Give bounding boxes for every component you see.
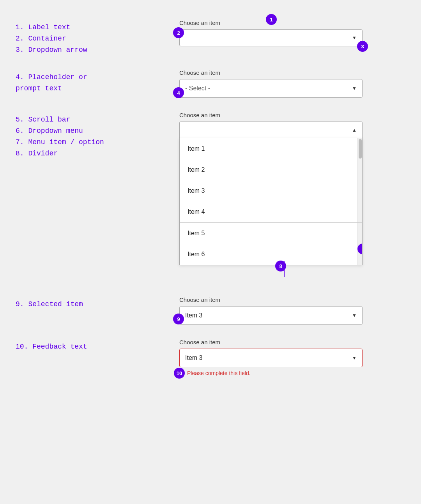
menu-item-1[interactable]: Item 1 — [180, 138, 362, 159]
dropdown-5-value: Item 3 — [185, 354, 202, 361]
label-item-6: 6. Dropdown menu — [16, 125, 179, 137]
dropdown-arrow-icon-2: ▼ — [352, 86, 357, 91]
badge-3: 3 — [357, 41, 368, 52]
section-5: 10. Feedback text Choose an item Item 3 … — [0, 339, 421, 377]
label-item-2: 2. Container — [16, 33, 179, 44]
dropdown-2-placeholder: - Select - — [185, 85, 210, 92]
dropdown-arrow-up-icon: ▲ — [352, 127, 357, 133]
label-list-4: 9. Selected item — [16, 299, 179, 310]
section-1: 1. Label text 2. Container 3. Dropdown a… — [0, 19, 421, 55]
dropdown-4-wrapper: Choose an item 9 Item 3 ▼ — [179, 296, 363, 325]
dropdown-2[interactable]: - Select - ▼ — [179, 79, 363, 98]
label-item-3: 3. Dropdown arrow — [16, 44, 179, 56]
section-1-right: 1 Choose an item 2 ▼ 3 — [179, 19, 405, 46]
label-item-10: 10. Feedback text — [16, 341, 179, 352]
dropdown-5[interactable]: Item 3 ▼ — [179, 349, 363, 367]
badge-2: 2 — [173, 27, 184, 38]
dropdown-2-label: Choose an item — [179, 69, 363, 76]
section-5-labels: 10. Feedback text — [16, 339, 179, 352]
section-4: 9. Selected item Choose an item 9 Item 3… — [0, 296, 421, 325]
dropdown-3-box[interactable]: ▲ — [179, 122, 363, 138]
label-item-4a: 4. Placeholder or — [16, 72, 179, 83]
badge-10: 10 — [174, 368, 185, 379]
label-list-2: 4. Placeholder or prompt text — [16, 72, 179, 94]
label-item-9: 9. Selected item — [16, 299, 179, 310]
section-4-right: Choose an item 9 Item 3 ▼ — [179, 296, 405, 325]
menu-item-5[interactable]: Item 5 — [180, 223, 362, 244]
label-list-1: 1. Label text 2. Container 3. Dropdown a… — [16, 22, 179, 55]
dropdown-arrow-icon-4: ▼ — [352, 313, 357, 318]
menu-divider — [180, 222, 362, 223]
section-3-labels: 5. Scroll bar 6. Dropdown menu 7. Menu i… — [16, 112, 179, 159]
page: 1. Label text 2. Container 3. Dropdown a… — [0, 8, 421, 496]
label-item-1: 1. Label text — [16, 22, 179, 33]
dropdown-arrow-icon-5: ▼ — [352, 355, 357, 361]
feedback-text: Please complete this field. — [187, 370, 251, 376]
dropdown-4[interactable]: Item 3 ▼ — [179, 306, 363, 325]
section-3: 5. Scroll bar 6. Dropdown menu 7. Menu i… — [0, 112, 421, 265]
dropdown-4-label: Choose an item — [179, 296, 363, 303]
dropdown-5-label: Choose an item — [179, 339, 363, 345]
menu-item-3[interactable]: Item 3 7 — [180, 180, 362, 201]
section-1-labels: 1. Label text 2. Container 3. Dropdown a… — [16, 19, 179, 55]
label-item-5: 5. Scroll bar — [16, 114, 179, 125]
open-dropdown-container: Choose an item ▲ 6 5 — [179, 112, 363, 265]
section-2-right: Choose an item 4 - Select - ▼ — [179, 69, 405, 98]
dropdown-2-wrapper: Choose an item 4 - Select - ▼ — [179, 69, 363, 98]
badge-1: 1 — [266, 14, 277, 25]
label-item-4b: prompt text — [16, 83, 179, 94]
dropdown-arrow-icon-1: ▼ — [352, 35, 357, 41]
badge-8: 8 — [275, 261, 286, 271]
label-list-5: 10. Feedback text — [16, 341, 179, 352]
label-item-7: 7. Menu item / option — [16, 137, 179, 148]
section-4-labels: 9. Selected item — [16, 296, 179, 310]
dropdown-3-label: Choose an item — [179, 112, 363, 118]
dropdown-3-menu: 6 5 Item 1 Item 2 Item 3 7 — [179, 138, 363, 265]
menu-item-2[interactable]: Item 2 — [180, 159, 362, 180]
scrollbar-thumb[interactable] — [359, 139, 362, 159]
menu-item-6[interactable]: Item 6 — [180, 244, 362, 265]
label-item-8: 8. Divider — [16, 148, 179, 159]
section-5-right: Choose an item Item 3 ▼ 10 Please comple… — [179, 339, 405, 377]
section-2-labels: 4. Placeholder or prompt text — [16, 69, 179, 94]
menu-item-4[interactable]: Item 4 — [180, 201, 362, 222]
section-2: 4. Placeholder or prompt text Choose an … — [0, 69, 421, 98]
dropdown-5-wrapper: Choose an item Item 3 ▼ 10 Please comple… — [179, 339, 363, 377]
dropdown-4-value: Item 3 — [185, 312, 202, 319]
label-list-3: 5. Scroll bar 6. Dropdown menu 7. Menu i… — [16, 114, 179, 159]
section-3-right: Choose an item ▲ 6 5 — [179, 112, 405, 265]
dropdown-1[interactable]: ▼ — [179, 29, 363, 46]
